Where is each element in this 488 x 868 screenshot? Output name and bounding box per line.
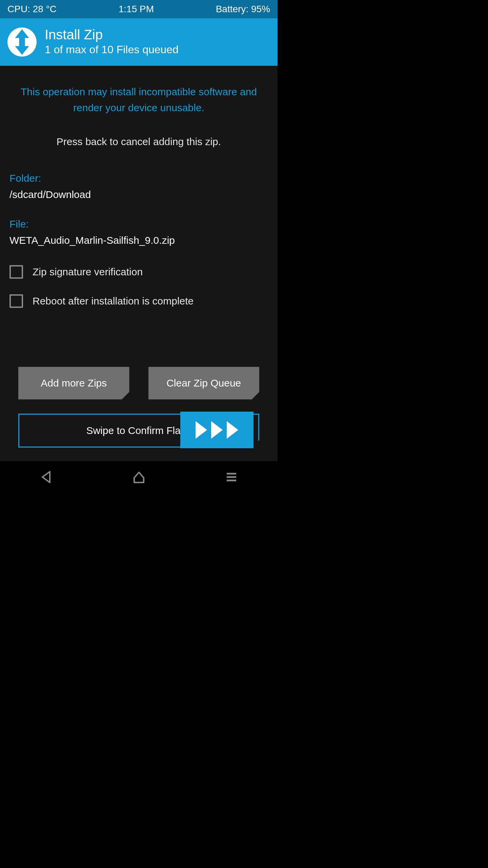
folder-value: /sdcard/Download <box>9 187 268 203</box>
file-label: File: <box>9 217 268 231</box>
app-header: Install Zip 1 of max of 10 Files queued <box>0 18 278 66</box>
screen: CPU: 28 °C 1:15 PM Battery: 95% Install … <box>0 0 278 494</box>
chevron-right-icon <box>196 421 207 439</box>
slider-label: Swipe to Confirm Flash <box>86 425 191 436</box>
slider-handle[interactable] <box>180 412 253 448</box>
menu-icon <box>225 470 238 484</box>
zip-signature-label: Zip signature verification <box>33 266 143 278</box>
checkbox-icon[interactable] <box>9 294 23 308</box>
checkbox-icon[interactable] <box>9 265 23 279</box>
file-value: WETA_Audio_Marlin-Sailfish_9.0.zip <box>9 233 268 249</box>
twrp-logo-icon <box>7 27 37 57</box>
page-title: Install Zip <box>45 27 179 42</box>
menu-button[interactable] <box>225 470 238 485</box>
reboot-label: Reboot after installation is complete <box>33 295 194 307</box>
home-button[interactable] <box>132 470 146 485</box>
nav-bar <box>0 461 278 494</box>
back-icon <box>40 470 53 484</box>
status-bar: CPU: 28 °C 1:15 PM Battery: 95% <box>0 0 278 18</box>
back-button[interactable] <box>40 470 53 485</box>
button-row: Add more Zips Clear Zip Queue <box>9 367 268 399</box>
header-titles: Install Zip 1 of max of 10 Files queued <box>45 27 179 57</box>
page-subtitle: 1 of max of 10 Files queued <box>45 43 179 57</box>
add-more-zips-label: Add more Zips <box>41 377 107 389</box>
zip-signature-row[interactable]: Zip signature verification <box>9 265 268 279</box>
main-content: This operation may install incompatible … <box>0 66 278 461</box>
home-icon <box>132 470 146 484</box>
chevron-right-icon <box>211 421 223 439</box>
add-more-zips-button[interactable]: Add more Zips <box>18 367 129 399</box>
cancel-hint: Press back to cancel adding this zip. <box>9 136 268 147</box>
clear-zip-queue-button[interactable]: Clear Zip Queue <box>148 367 260 399</box>
cpu-status: CPU: 28 °C <box>7 4 57 15</box>
warning-text: This operation may install incompatible … <box>9 84 268 116</box>
file-block: File: WETA_Audio_Marlin-Sailfish_9.0.zip <box>9 217 268 249</box>
chevron-right-icon <box>227 421 238 439</box>
battery-status: Battery: 95% <box>216 4 270 15</box>
folder-block: Folder: /sdcard/Download <box>9 171 268 203</box>
swipe-confirm-slider[interactable]: Swipe to Confirm Flash <box>18 414 259 448</box>
reboot-row[interactable]: Reboot after installation is complete <box>9 294 268 308</box>
folder-label: Folder: <box>9 171 268 185</box>
clear-zip-queue-label: Clear Zip Queue <box>166 377 241 389</box>
clock: 1:15 PM <box>119 4 154 15</box>
